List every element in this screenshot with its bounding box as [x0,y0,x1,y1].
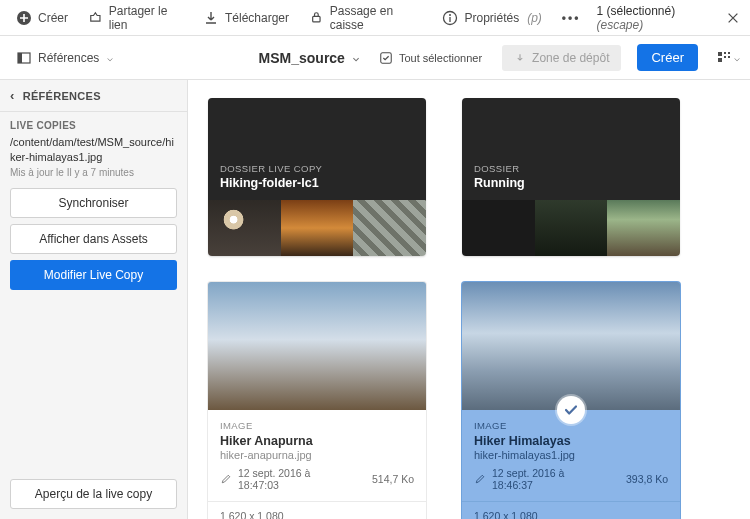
pencil-icon [474,473,486,485]
asset-filename: hiker-himalayas1.jpg [474,449,668,461]
checkout-button[interactable]: Passage en caisse [301,0,430,36]
chevron-down-icon: ⌵ [107,52,113,63]
svg-rect-6 [381,52,392,63]
asset-thumbnail [462,282,680,410]
plus-icon [16,10,32,26]
properties-shortcut: (p) [527,11,542,25]
selection-toolbar: Créer Partager le lien Télécharger Passa… [0,0,750,36]
asset-filename: hiker-anapurna.jpg [220,449,414,461]
references-rail: ‹ RÉFÉRENCES LIVE COPIES /content/dam/te… [0,80,188,519]
properties-button[interactable]: Propriétés (p) [434,6,549,30]
asset-meta: 12 sept. 2016 à 18:46:37 393,8 Ko [474,467,668,491]
select-all-button[interactable]: Tout sélectionner [379,51,482,65]
svg-rect-5 [18,53,22,63]
navigation-bar: Références ⌵ MSM_source ⌵ Tout sélection… [0,36,750,80]
modify-live-copy-button[interactable]: Modifier Live Copy [10,260,177,290]
folder-card[interactable]: DOSSIER LIVE COPY Hiking-folder-lc1 [208,98,426,256]
asset-dimensions: 1 620 x 1 080 [208,501,426,519]
asset-path: /content/dam/test/MSM_source/hiker-himal… [0,135,187,165]
share-icon [88,10,103,26]
folder-name: Hiking-folder-lc1 [220,176,322,190]
show-in-assets-button[interactable]: Afficher dans Assets [10,224,177,254]
asset-title: Hiker Anapurna [220,434,414,448]
share-link-button[interactable]: Partager le lien [80,0,191,36]
create-button[interactable]: Créer [8,6,76,30]
download-label: Télécharger [225,11,289,25]
properties-label: Propriétés [464,11,519,25]
select-all-label: Tout sélectionner [399,52,482,64]
live-copies-section-label: LIVE COPIES [0,112,187,135]
folder-type-label: DOSSIER LIVE COPY [220,163,322,174]
back-button[interactable]: ‹ [10,88,15,103]
rail-title: RÉFÉRENCES [23,90,101,102]
asset-thumbnail [208,282,426,410]
download-button[interactable]: Télécharger [195,6,297,30]
asset-grid: DOSSIER LIVE COPY Hiking-folder-lc1 DOSS… [188,80,750,519]
checkout-label: Passage en caisse [330,4,423,32]
svg-rect-8 [718,58,722,62]
folder-thumbnails [208,200,426,256]
rail-icon [16,50,32,66]
deselect-button[interactable] [724,8,742,28]
asset-dimensions: 1 620 x 1 080 [462,501,680,519]
svg-rect-1 [313,17,320,23]
dropzone-label: Zone de dépôt [532,51,609,65]
svg-point-3 [449,14,451,16]
asset-type-label: IMAGE [220,420,414,431]
asset-updated: Mis à jour le Il y a 7 minutes [0,165,187,188]
folder-name: Running [474,176,525,190]
synchronize-button[interactable]: Synchroniser [10,188,177,218]
rail-header: ‹ RÉFÉRENCES [0,80,187,112]
chevron-down-icon: ⌵ [353,52,359,63]
asset-title: Hiker Himalayas [474,434,668,448]
folder-thumbnails [462,200,680,256]
folder-card[interactable]: DOSSIER Running [462,98,680,256]
chevron-down-icon: ⌵ [734,52,740,63]
svg-rect-11 [724,56,726,58]
rail-toggle[interactable]: Références ⌵ [8,46,121,70]
selection-count: 1 (sélectionné) (escape) [596,4,715,32]
more-icon: ••• [562,11,581,25]
create-primary-label: Créer [651,50,684,65]
breadcrumb[interactable]: MSM_source ⌵ [259,50,359,66]
asset-meta: 12 sept. 2016 à 18:47:03 514,7 Ko [220,467,414,491]
svg-rect-7 [718,52,722,56]
dropzone[interactable]: Zone de dépôt [502,45,621,71]
create-primary-button[interactable]: Créer [637,44,698,71]
svg-rect-12 [728,56,730,58]
svg-rect-10 [728,52,730,54]
lock-icon [309,10,324,26]
breadcrumb-label: MSM_source [259,50,345,66]
share-label: Partager le lien [109,4,183,32]
preview-live-copy-button[interactable]: Aperçu de la live copy [10,479,177,509]
create-label: Créer [38,11,68,25]
download-icon [203,10,219,26]
pencil-icon [220,473,232,485]
svg-rect-9 [724,52,726,54]
view-switcher[interactable]: ⌵ [714,44,742,72]
asset-card[interactable]: IMAGE Hiker Anapurna hiker-anapurna.jpg … [208,282,426,519]
info-icon [442,10,458,26]
more-actions-button[interactable]: ••• [554,7,589,29]
asset-card-selected[interactable]: IMAGE Hiker Himalayas hiker-himalayas1.j… [462,282,680,519]
folder-type-label: DOSSIER [474,163,525,174]
selected-check-icon [557,396,585,424]
rail-label: Références [38,51,99,65]
